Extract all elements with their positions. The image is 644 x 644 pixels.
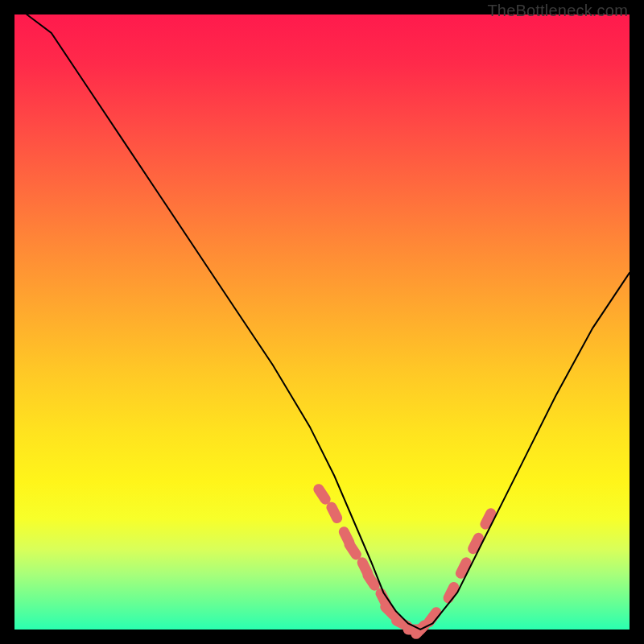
watermark-text: TheBottleneck.com — [487, 2, 628, 20]
chart-frame: TheBottleneck.com — [0, 0, 644, 644]
near-bottom-markers — [312, 482, 498, 642]
plot-area — [14, 14, 630, 630]
bottleneck-curve — [27, 14, 630, 630]
chart-svg — [14, 14, 630, 630]
